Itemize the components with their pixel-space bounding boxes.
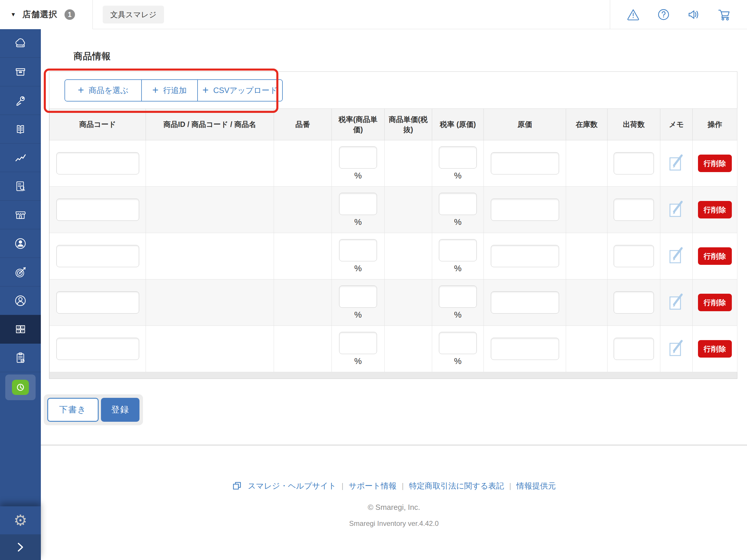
percent-label: %: [354, 310, 362, 320]
tax-rate-unit-input[interactable]: [339, 286, 377, 308]
table-cell: [608, 279, 660, 326]
form-actions: 下書き 登録: [44, 394, 143, 425]
delete-row-button[interactable]: 行削除: [698, 294, 732, 311]
sidebar-item-analytics[interactable]: [0, 143, 41, 172]
table-cell: [608, 187, 660, 233]
cost-input[interactable]: [491, 338, 559, 360]
help-site-link[interactable]: スマレジ・ヘルプサイト: [248, 481, 336, 491]
select-product-button[interactable]: + 商品を選ぶ: [65, 80, 141, 101]
table-cell: 行削除: [693, 279, 737, 326]
table-cell: [274, 233, 332, 279]
footer-divider: [41, 445, 747, 446]
memo-button[interactable]: [669, 154, 684, 172]
column-header: 税率 (原価): [432, 109, 484, 140]
memo-button[interactable]: [669, 339, 684, 357]
tax-rate-cost-input[interactable]: [439, 193, 477, 215]
support-info-link[interactable]: サポート情報: [349, 481, 396, 491]
delete-row-button[interactable]: 行削除: [698, 201, 732, 218]
csv-upload-button[interactable]: + CSVアップロード: [197, 80, 282, 101]
tax-rate-unit-input[interactable]: [339, 146, 377, 168]
sidebar-item-store[interactable]: [0, 201, 41, 229]
sidebar-collapse-toggle[interactable]: [0, 534, 41, 560]
cost-input[interactable]: [491, 245, 559, 267]
draft-button[interactable]: 下書き: [47, 398, 99, 422]
shipment-qty-input[interactable]: [614, 338, 654, 360]
table-cell: [566, 326, 608, 372]
shipment-qty-input[interactable]: [614, 198, 654, 221]
column-header: 商品コード: [50, 109, 146, 140]
table-cell: [660, 233, 693, 279]
cost-input[interactable]: [491, 291, 559, 314]
product-code-input[interactable]: [56, 198, 139, 221]
store-chip[interactable]: 文具スマレジ: [103, 5, 164, 23]
timecard-backdrop: [5, 374, 35, 400]
add-row-button[interactable]: + 行追加: [141, 80, 197, 101]
memo-button[interactable]: [669, 200, 684, 218]
tax-rate-unit-input[interactable]: [339, 332, 377, 354]
table-cell: %: [332, 279, 385, 326]
memo-button[interactable]: [669, 293, 684, 311]
delete-row-button[interactable]: 行削除: [698, 340, 732, 357]
info-provider-link[interactable]: 情報提供元: [516, 481, 556, 491]
sidebar-item-staff[interactable]: [0, 229, 41, 258]
shipment-qty-input[interactable]: [614, 291, 654, 314]
table-row: %%行削除: [50, 187, 737, 233]
store-selector-dropdown[interactable]: ▼ 店舗選択 1: [0, 0, 93, 29]
table-cell: [146, 140, 274, 187]
commerce-law-link[interactable]: 特定商取引法に関する表記: [409, 481, 504, 491]
product-code-input[interactable]: [56, 152, 139, 175]
sidebar-item-customer[interactable]: [0, 287, 41, 315]
sidebar-item-timecard[interactable]: [0, 372, 41, 402]
column-header: 出荷数: [608, 109, 660, 140]
cloud-icon: [13, 36, 28, 51]
shipment-qty-input[interactable]: [614, 152, 654, 175]
cost-input[interactable]: [491, 198, 559, 221]
table-cell: [385, 140, 432, 187]
table-cell: 行削除: [693, 326, 737, 372]
product-code-input[interactable]: [56, 245, 139, 267]
shipment-qty-input[interactable]: [614, 245, 654, 267]
table-cell: [50, 233, 146, 279]
table-row: %%行削除: [50, 279, 737, 326]
help-icon[interactable]: [656, 7, 671, 22]
delete-row-button[interactable]: 行削除: [698, 155, 732, 172]
product-code-input[interactable]: [56, 291, 139, 314]
table-cell: [566, 187, 608, 233]
table-cell: [274, 187, 332, 233]
tax-rate-cost-input[interactable]: [439, 332, 477, 354]
table-cell: [566, 279, 608, 326]
announcement-icon[interactable]: [686, 7, 701, 22]
delete-row-button[interactable]: 行削除: [698, 247, 732, 265]
alert-icon[interactable]: [626, 7, 641, 22]
sidebar-item-book[interactable]: [0, 115, 41, 143]
table-cell: %: [432, 140, 484, 187]
table-cell: %: [432, 326, 484, 372]
sidebar-item-cloud[interactable]: [0, 29, 41, 58]
cost-input[interactable]: [491, 152, 559, 175]
tax-rate-cost-input[interactable]: [439, 239, 477, 261]
submit-button[interactable]: 登録: [101, 398, 139, 422]
percent-label: %: [354, 217, 362, 227]
sidebar-item-box[interactable]: [0, 58, 41, 86]
store-count-badge: 1: [65, 9, 75, 20]
tax-rate-unit-input[interactable]: [339, 193, 377, 215]
sidebar-item-report-search[interactable]: [0, 172, 41, 201]
table-cell: [484, 233, 566, 279]
sidebar-item-inventory[interactable]: [0, 315, 41, 344]
column-header: 品番: [274, 109, 332, 140]
cart-icon[interactable]: [717, 7, 731, 22]
sidebar-item-target[interactable]: [0, 258, 41, 287]
table-cell: [484, 140, 566, 187]
table-cell: [608, 140, 660, 187]
sidebar-item-key[interactable]: [0, 86, 41, 115]
product-code-input[interactable]: [56, 338, 139, 360]
tax-rate-cost-input[interactable]: [439, 286, 477, 308]
memo-button[interactable]: [669, 246, 684, 265]
column-header: 原価: [484, 109, 566, 140]
table-cell: [385, 326, 432, 372]
sidebar-item-stocktake[interactable]: [0, 344, 41, 372]
tax-rate-cost-input[interactable]: [439, 146, 477, 168]
tax-rate-unit-input[interactable]: [339, 239, 377, 261]
main-content: 商品情報 + 商品を選ぶ + 行追加 + CSVアップロード 商品コード: [41, 29, 747, 560]
sidebar-item-settings[interactable]: ⚙: [0, 506, 41, 534]
